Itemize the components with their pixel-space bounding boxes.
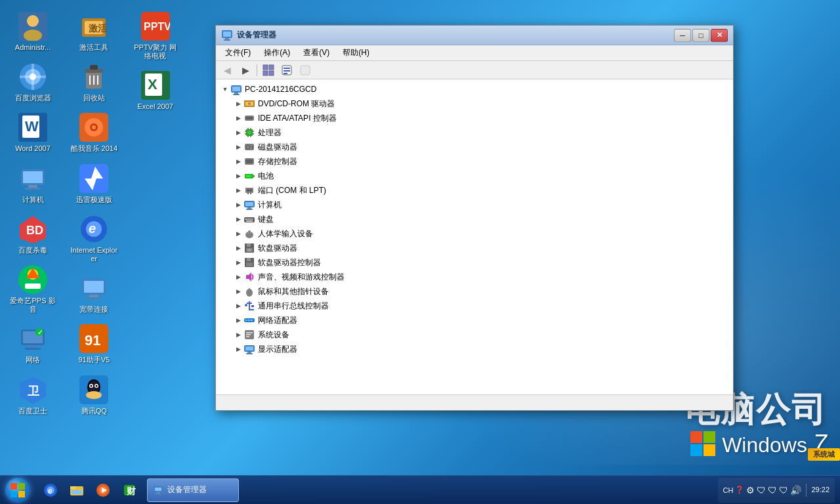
window-title-text: 设备管理器: [237, 30, 674, 41]
desktop-icon-baidu-browser[interactable]: 百度浏览器: [7, 57, 59, 106]
tree-item-computer[interactable]: ▶ 计算机: [232, 198, 730, 212]
systray-help[interactable]: ❓: [735, 486, 744, 494]
excel-icon: X: [140, 70, 171, 101]
tree-item-usb[interactable]: ▶ 通用串行总线控制器: [232, 299, 730, 313]
desktop-icon-music[interactable]: 酷我音乐 2014: [68, 108, 120, 157]
usb-expand[interactable]: ▶: [233, 301, 243, 311]
menu-help[interactable]: 帮助(H): [336, 46, 376, 60]
tree-item-mouse[interactable]: ▶ 鼠标和其他指针设备: [232, 284, 730, 299]
svg-rect-131: [247, 243, 251, 247]
svg-rect-105: [252, 146, 253, 148]
tree-item-storage[interactable]: ▶ 存储控制器: [232, 154, 730, 169]
desktop-icon-baidu-guard[interactable]: 卫 百度卫士: [7, 370, 59, 419]
desktop-icon-ie[interactable]: e Internet Explorer: [68, 209, 120, 267]
systray-icon1[interactable]: ⚙: [746, 485, 755, 495]
tree-item-disk[interactable]: ▶ 磁盘驱动器: [232, 140, 730, 154]
desktop-icon-activate[interactable]: 激活 激活工具: [68, 7, 120, 56]
sound-expand[interactable]: ▶: [233, 272, 243, 282]
tree-item-battery[interactable]: ▶ 电池: [232, 169, 730, 183]
svg-rect-86: [233, 94, 240, 95]
taskbar-app-device-manager[interactable]: 设备管理器: [147, 478, 239, 502]
tree-item-system[interactable]: ▶ 系统设备: [232, 327, 730, 342]
toolbar-view-button[interactable]: [260, 63, 277, 77]
network-icon: ✓: [17, 323, 49, 354]
svg-point-59: [96, 385, 98, 387]
menu-file[interactable]: 文件(F): [219, 46, 257, 60]
cdrom-expand[interactable]: ▶: [233, 98, 243, 109]
ide-expand[interactable]: ▶: [233, 113, 243, 123]
toolbar-forward-button[interactable]: ▶: [237, 63, 254, 77]
system-expand[interactable]: ▶: [233, 329, 243, 340]
tree-item-keyboard[interactable]: ▶ 键盘: [232, 212, 730, 226]
start-button[interactable]: [0, 476, 35, 505]
tree-root-item[interactable]: ▼ PC-20141216CGCD: [219, 82, 730, 96]
floppy-expand[interactable]: ▶: [233, 243, 243, 253]
desktop-icon-network[interactable]: ✓ 网络: [7, 319, 59, 368]
storage-expand[interactable]: ▶: [233, 156, 243, 167]
tree-item-cdrom[interactable]: ▶ DVD/CD-ROM 驱动器: [232, 96, 730, 111]
network-label: 网络: [26, 356, 40, 364]
port-expand[interactable]: ▶: [233, 185, 243, 196]
mouse-expand[interactable]: ▶: [233, 286, 243, 297]
battery-expand[interactable]: ▶: [233, 171, 243, 181]
taskbar-ie-button[interactable]: e: [38, 478, 63, 503]
display-expand[interactable]: ▶: [233, 344, 243, 354]
close-button[interactable]: ✕: [711, 29, 728, 42]
computer-tree-label: 计算机: [258, 200, 282, 211]
keyboard-expand[interactable]: ▶: [233, 214, 243, 224]
tree-item-port[interactable]: ▶ 端口 (COM 和 LPT): [232, 183, 730, 198]
desktop-icon-word[interactable]: W Word 2007: [7, 108, 59, 157]
svg-rect-125: [246, 220, 253, 222]
taskbar-extra-button[interactable]: 财: [117, 478, 142, 503]
desktop-icon-admin[interactable]: Administr...: [7, 7, 59, 56]
desktop-icon-91[interactable]: 91 91助手V5: [68, 319, 120, 368]
floppy-ctrl-expand[interactable]: ▶: [233, 257, 243, 268]
desktop-icon-qq[interactable]: 腾讯QQ: [68, 370, 120, 419]
systray-icon4[interactable]: 🛡: [779, 485, 788, 495]
menu-view[interactable]: 查看(V): [297, 46, 336, 60]
toolbar-back-button[interactable]: ◀: [219, 63, 236, 77]
tree-item-floppy[interactable]: ▶ 软盘驱动器: [232, 241, 730, 255]
window-tree-content: ▼ PC-20141216CGCD ▶: [216, 79, 733, 394]
computer-tree-expand[interactable]: ▶: [233, 200, 243, 210]
tree-item-sound[interactable]: ▶ 声音、视频和游戏控制器: [232, 270, 730, 284]
svg-point-41: [92, 125, 96, 129]
hid-expand[interactable]: ▶: [233, 228, 243, 239]
cpu-expand[interactable]: ▶: [233, 127, 243, 138]
tree-item-floppy-ctrl[interactable]: ▶ 软盘驱动器控制器: [232, 255, 730, 270]
systray-icon3[interactable]: 🛡: [768, 485, 777, 495]
svg-rect-121: [245, 219, 247, 220]
tree-item-network[interactable]: ▶ 网络适配器: [232, 313, 730, 327]
maximize-button[interactable]: □: [692, 29, 709, 42]
tree-root-icon: [230, 83, 242, 95]
disk-expand[interactable]: ▶: [233, 142, 243, 152]
systray-icon2[interactable]: 🛡: [757, 485, 766, 495]
tree-root-expand[interactable]: ▼: [220, 84, 230, 94]
desktop-icon-computer[interactable]: 计算机: [7, 159, 59, 208]
tree-item-cpu[interactable]: ▶: [232, 125, 730, 140]
menu-action[interactable]: 操作(A): [257, 46, 297, 60]
tree-root-label: PC-20141216CGCD: [245, 85, 316, 94]
desktop-icon-baidu-kill[interactable]: BD 百度杀毒: [7, 209, 59, 259]
tree-item-hid[interactable]: ▶ 人体学输入设备: [232, 226, 730, 241]
desktop-icon-excel[interactable]: X Excel 2007: [129, 66, 182, 115]
desktop-icon-aiqiyi[interactable]: 爱奇艺PPS 影音: [7, 260, 59, 318]
tree-item-display[interactable]: ▶ 显示适配器: [232, 342, 730, 356]
toolbar-update-button[interactable]: [297, 63, 314, 77]
systray-icon5[interactable]: 🔊: [790, 485, 801, 495]
svg-rect-79: [284, 68, 290, 69]
desktop-icon-broadband[interactable]: 宽带连接: [68, 268, 120, 318]
systray-ch[interactable]: CH: [723, 486, 734, 494]
toolbar-properties-button[interactable]: [278, 63, 295, 77]
storage-icon: [243, 156, 255, 167]
window-menubar: 文件(F) 操作(A) 查看(V) 帮助(H): [216, 45, 733, 61]
desktop-icon-pptv[interactable]: PPTV PPTV聚力 网络电视: [129, 7, 182, 64]
taskbar-media-button[interactable]: [91, 478, 116, 503]
network-expand[interactable]: ▶: [233, 315, 243, 326]
minimize-button[interactable]: ─: [674, 29, 691, 42]
tree-item-ide[interactable]: ▶ IDE ATA/ATAPI 控制器: [232, 111, 730, 125]
sound-label: 声音、视频和游戏控制器: [258, 272, 345, 283]
desktop-icon-xunlei[interactable]: 迅雷极速版: [68, 159, 120, 208]
desktop-icon-recycle[interactable]: 回收站: [68, 57, 120, 106]
taskbar-explorer-button[interactable]: [64, 478, 89, 503]
